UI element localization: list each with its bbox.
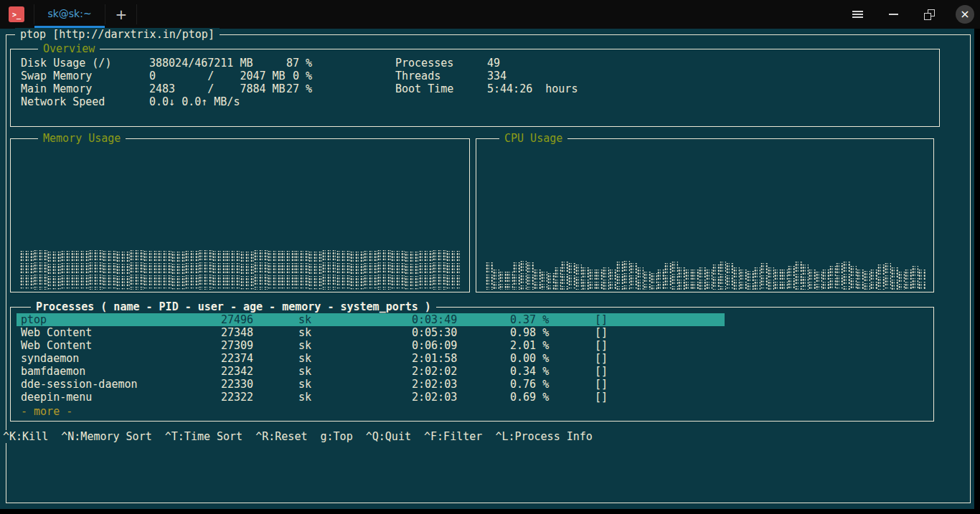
cpu-usage-bar	[816, 270, 823, 290]
process-user: sk	[298, 365, 311, 378]
cpu-usage-bar	[836, 262, 843, 290]
metric-label: Network Speed	[21, 95, 105, 108]
maximize-icon[interactable]	[920, 5, 938, 24]
cpu-usage-bar	[740, 268, 747, 290]
tab-title: sk@sk:~	[34, 0, 105, 27]
cpu-usage-bar	[637, 266, 644, 290]
memory-usage-bar	[391, 249, 405, 290]
processes-title: Processes ( name - PID - user - age - me…	[31, 300, 436, 313]
memory-usage-bar	[281, 249, 295, 290]
cpu-usage-bar	[678, 266, 685, 290]
shortcut-hint: ^R:Reset	[255, 430, 307, 443]
process-pid: 27348	[221, 326, 253, 339]
process-row[interactable]: Web Content27309sk0:06:092.01 %[]	[17, 339, 725, 352]
cpu-usage-bar	[685, 268, 692, 290]
cpu-usage-bar	[864, 270, 871, 290]
cpu-usage-bar	[534, 268, 541, 290]
process-pid: 22322	[221, 391, 253, 404]
process-ports: []	[595, 365, 608, 378]
memory-usage-bar	[103, 249, 116, 290]
processes-panel: Processes ( name - PID - user - age - me…	[10, 307, 934, 422]
process-row[interactable]: Web Content27348sk0:05:300.98 %[]	[17, 326, 725, 339]
cpu-usage-bar	[870, 268, 877, 290]
process-pid: 22342	[221, 365, 253, 378]
process-pid: 27496	[221, 313, 253, 326]
cpu-usage-bar	[603, 266, 610, 290]
new-tab-button[interactable]: +	[112, 5, 131, 24]
memory-usage-bar	[34, 249, 47, 290]
process-name: Web Content	[21, 339, 92, 352]
cpu-usage-bar	[616, 260, 623, 290]
process-pid: 22374	[221, 352, 253, 365]
process-age: 0:06:09	[412, 339, 457, 352]
tab-separator	[136, 4, 137, 24]
process-memory: 0.69 %	[510, 391, 549, 404]
cpu-usage-bar	[589, 268, 596, 290]
minimize-icon[interactable]	[884, 5, 903, 24]
terminal-titlebar: >_ sk@sk:~ + ×	[0, 0, 980, 29]
cpu-usage-bar	[788, 265, 795, 290]
menu-icon[interactable]	[848, 5, 867, 24]
cpu-usage-bar	[768, 266, 775, 290]
cpu-usage-bar	[513, 261, 520, 290]
metric-label: Threads	[395, 70, 440, 82]
memory-usage-bar	[336, 249, 350, 290]
shortcut-bar: ^K:Kill ^N:Memory Sort ^T:Time Sort ^R:R…	[0, 430, 597, 443]
cpu-usage-bar	[781, 268, 788, 290]
cpu-usage-bar	[760, 262, 768, 290]
process-row[interactable]: deepin-menu22322sk2:02:030.69 %[]	[17, 391, 725, 404]
process-pid: 22330	[221, 378, 253, 391]
memory-usage-bar	[20, 249, 34, 290]
memory-usage-bar	[226, 249, 240, 290]
terminal-screen[interactable]: ptop [http://darxtrix.in/ptop] Overview …	[0, 29, 974, 509]
terminal-prompt-glyph: >_	[12, 11, 21, 19]
cpu-usage-bar	[651, 272, 658, 290]
shortcut-hint: ^F:Filter	[424, 430, 482, 443]
overview-row: Network Speed0.0↓ 0.0↑ MB/s	[11, 95, 939, 108]
cpu-usage-bar	[568, 262, 575, 290]
process-user: sk	[298, 313, 311, 326]
cpu-usage-bar	[582, 266, 589, 290]
close-icon[interactable]: ×	[956, 5, 974, 24]
process-name: syndaemon	[21, 352, 79, 365]
window-controls: ×	[848, 0, 974, 29]
metric-label: Boot Time	[395, 82, 453, 95]
cpu-usage-bar	[726, 262, 733, 290]
memory-usage-bar	[405, 250, 418, 290]
cpu-usage-bar	[499, 270, 507, 290]
cpu-usage-bar	[754, 266, 761, 290]
terminal-tab[interactable]: sk@sk:~	[34, 0, 105, 29]
process-ports: []	[595, 378, 608, 391]
process-name: deepin-menu	[21, 391, 92, 404]
cpu-usage-bar	[829, 265, 837, 290]
process-user: sk	[298, 391, 311, 404]
cpu-usage-bar	[720, 260, 727, 290]
process-row[interactable]: dde-session-daemon22330sk2:02:030.76 %[]	[17, 378, 725, 391]
process-memory: 0.98 %	[510, 326, 549, 339]
process-age: 0:05:30	[412, 326, 457, 339]
more-indicator[interactable]: - more -	[21, 405, 72, 418]
overview-panel: Overview Disk Usage (/)388024/467211 MB8…	[10, 49, 940, 127]
cpu-usage-bar	[486, 261, 493, 290]
process-row[interactable]: bamfdaemon22342sk2:02:020.34 %[]	[17, 365, 725, 378]
cpu-usage-bar	[507, 270, 514, 290]
cpu-usage-bar	[630, 262, 637, 290]
process-ports: []	[595, 352, 608, 365]
process-row[interactable]: ptop27496sk0:03:490.37 %[]	[17, 313, 725, 326]
memory-usage-bar	[75, 249, 89, 290]
cpu-usage-bar	[595, 268, 603, 290]
memory-usage-bar	[47, 250, 61, 290]
memory-usage-bar	[185, 249, 199, 290]
cpu-usage-bar	[706, 268, 713, 290]
hamburger-icon	[852, 11, 863, 18]
metric-label: Processes	[395, 57, 453, 70]
overview-row: Boot Time5:44:26 hours	[11, 82, 939, 95]
shortcut-hint: g:Top	[321, 430, 353, 443]
process-row[interactable]: syndaemon22374sk2:01:580.00 %[]	[17, 352, 725, 365]
memory-usage-bar	[295, 249, 308, 290]
cpu-usage-bar	[623, 260, 631, 290]
cpu-usage-bar	[905, 268, 912, 290]
overview-title: Overview	[38, 42, 100, 55]
process-user: sk	[298, 352, 311, 365]
cpu-usage-bar	[699, 266, 706, 290]
